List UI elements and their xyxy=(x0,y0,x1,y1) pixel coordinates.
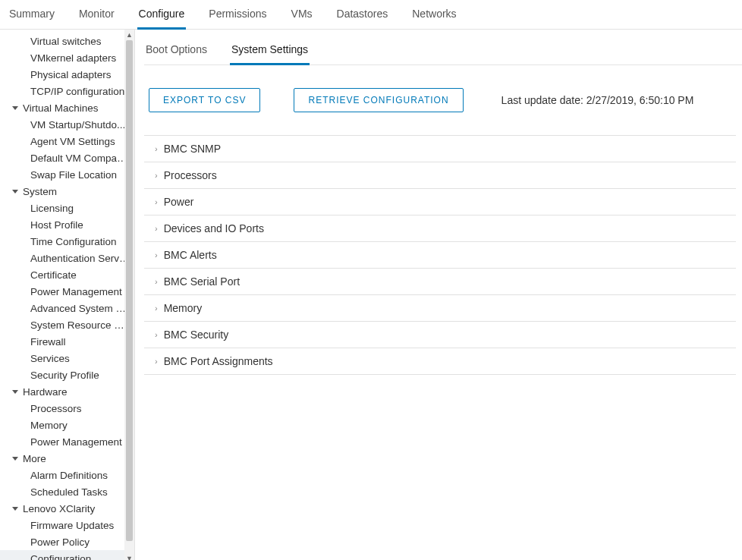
sidebar-item-host-profile[interactable]: Host Profile xyxy=(0,216,134,233)
primary-tabs: SummaryMonitorConfigurePermissionsVMsDat… xyxy=(0,0,742,30)
subtab-system-settings[interactable]: System Settings xyxy=(230,39,310,65)
sidebar-item-vm-startup-shutdo[interactable]: VM Startup/Shutdo... xyxy=(0,116,134,133)
sidebar-item-firewall[interactable]: Firewall xyxy=(0,333,134,350)
chevron-right-icon: › xyxy=(155,330,158,339)
sidebar-item-default-vm-compati[interactable]: Default VM Compati... xyxy=(0,149,134,166)
accordion-row-bmc-port-assignments[interactable]: ›BMC Port Assignments xyxy=(144,348,736,375)
sidebar-group-label: Hardware xyxy=(23,386,68,398)
sidebar-item-memory[interactable]: Memory xyxy=(0,417,134,433)
sidebar-item-advanced-system-s[interactable]: Advanced System S... xyxy=(0,300,134,316)
sidebar-item-power-management[interactable]: Power Management xyxy=(0,433,134,450)
sidebar-item-physical-adapters[interactable]: Physical adapters xyxy=(0,66,134,83)
main-layout: Virtual switchesVMkernel adaptersPhysica… xyxy=(0,30,742,560)
sidebar-item-services[interactable]: Services xyxy=(0,350,134,367)
sidebar-item-power-management[interactable]: Power Management xyxy=(0,283,134,300)
sidebar-item-swap-file-location[interactable]: Swap File Location xyxy=(0,166,134,183)
chevron-right-icon: › xyxy=(155,304,158,313)
chevron-right-icon: › xyxy=(155,224,158,233)
sidebar-group-label: Virtual Machines xyxy=(23,102,99,114)
chevron-right-icon: › xyxy=(155,171,158,180)
scrollbar-thumb[interactable] xyxy=(126,40,133,541)
button-group: EXPORT TO CSV RETRIEVE CONFIGURATION xyxy=(149,88,464,112)
accordion-row-devices-and-io-ports[interactable]: ›Devices and IO Ports xyxy=(144,216,736,242)
tab-networks[interactable]: Networks xyxy=(410,5,457,29)
sidebar-group-lenovo-xclarity[interactable]: Lenovo XClarity xyxy=(0,500,134,517)
accordion-row-label: Devices and IO Ports xyxy=(164,222,264,234)
accordion-row-bmc-security[interactable]: ›BMC Security xyxy=(144,322,736,348)
sidebar-item-firmware-updates[interactable]: Firmware Updates xyxy=(0,517,134,533)
accordion-row-bmc-serial-port[interactable]: ›BMC Serial Port xyxy=(144,269,736,295)
sidebar-item-vmkernel-adapters[interactable]: VMkernel adapters xyxy=(0,49,134,66)
retrieve-config-button[interactable]: RETRIEVE CONFIGURATION xyxy=(294,88,463,112)
chevron-right-icon: › xyxy=(155,144,158,153)
sub-tabs: Boot OptionsSystem Settings xyxy=(144,30,742,65)
sidebar-item-security-profile[interactable]: Security Profile xyxy=(0,367,134,383)
sidebar-item-alarm-definitions[interactable]: Alarm Definitions xyxy=(0,467,134,483)
sidebar-item-tcp-ip-configuration[interactable]: TCP/IP configuration xyxy=(0,83,134,99)
sidebar-item-configuration[interactable]: Configuration xyxy=(0,550,134,560)
accordion-row-processors[interactable]: ›Processors xyxy=(144,162,736,189)
scroll-up-icon[interactable]: ▲ xyxy=(124,30,134,39)
chevron-right-icon: › xyxy=(155,357,158,366)
sidebar-item-agent-vm-settings[interactable]: Agent VM Settings xyxy=(0,133,134,149)
sidebar-item-certificate[interactable]: Certificate xyxy=(0,266,134,283)
chevron-right-icon: › xyxy=(155,250,158,260)
tab-monitor[interactable]: Monitor xyxy=(77,5,116,29)
tab-vms[interactable]: VMs xyxy=(290,5,314,29)
settings-accordion: ›BMC SNMP›Processors›Power›Devices and I… xyxy=(144,135,736,375)
scroll-down-icon[interactable]: ▼ xyxy=(124,553,134,560)
export-csv-button[interactable]: EXPORT TO CSV xyxy=(149,88,260,112)
accordion-row-label: BMC Serial Port xyxy=(164,275,240,288)
accordion-row-label: Processors xyxy=(164,169,217,181)
caret-down-icon xyxy=(12,507,18,511)
tab-summary[interactable]: Summary xyxy=(8,5,56,29)
sidebar-scroll: Virtual switchesVMkernel adaptersPhysica… xyxy=(0,33,134,560)
config-sidebar: Virtual switchesVMkernel adaptersPhysica… xyxy=(0,30,135,560)
sidebar-item-licensing[interactable]: Licensing xyxy=(0,200,134,216)
sidebar-group-label: More xyxy=(23,453,46,464)
sidebar-item-power-policy[interactable]: Power Policy xyxy=(0,533,134,550)
caret-down-icon xyxy=(12,457,18,461)
content-pane: Boot OptionsSystem Settings EXPORT TO CS… xyxy=(135,30,742,560)
accordion-row-label: Power xyxy=(164,196,194,208)
toolbar: EXPORT TO CSV RETRIEVE CONFIGURATION Las… xyxy=(144,65,742,135)
accordion-row-memory[interactable]: ›Memory xyxy=(144,295,736,322)
last-update-prefix: Last update date: xyxy=(501,94,586,106)
subtab-boot-options[interactable]: Boot Options xyxy=(144,39,209,64)
accordion-row-label: BMC Port Assignments xyxy=(164,355,273,367)
sidebar-item-scheduled-tasks[interactable]: Scheduled Tasks xyxy=(0,483,134,500)
chevron-right-icon: › xyxy=(155,197,158,206)
accordion-row-bmc-alerts[interactable]: ›BMC Alerts xyxy=(144,242,736,269)
accordion-row-label: BMC Security xyxy=(164,329,229,341)
tab-datastores[interactable]: Datastores xyxy=(335,5,390,29)
tab-permissions[interactable]: Permissions xyxy=(207,5,268,29)
sidebar-scrollbar[interactable]: ▲ ▼ xyxy=(124,30,134,560)
accordion-row-bmc-snmp[interactable]: ›BMC SNMP xyxy=(144,136,736,162)
sidebar-group-virtual-machines[interactable]: Virtual Machines xyxy=(0,99,134,116)
last-update-text: Last update date: 2/27/2019, 6:50:10 PM xyxy=(501,94,694,106)
caret-down-icon xyxy=(12,390,18,394)
accordion-row-label: Memory xyxy=(164,302,203,314)
sidebar-group-label: Lenovo XClarity xyxy=(23,503,95,514)
sidebar-group-system[interactable]: System xyxy=(0,183,134,200)
sidebar-group-more[interactable]: More xyxy=(0,450,134,467)
sidebar-item-time-configuration[interactable]: Time Configuration xyxy=(0,233,134,250)
sidebar-item-processors[interactable]: Processors xyxy=(0,400,134,417)
tab-configure[interactable]: Configure xyxy=(137,5,187,30)
last-update-value: 2/27/2019, 6:50:10 PM xyxy=(586,94,694,106)
chevron-right-icon: › xyxy=(155,277,158,286)
caret-down-icon xyxy=(12,190,18,193)
sidebar-group-hardware[interactable]: Hardware xyxy=(0,383,134,400)
sidebar-group-label: System xyxy=(23,186,57,197)
accordion-row-label: BMC Alerts xyxy=(164,249,217,261)
sidebar-item-virtual-switches[interactable]: Virtual switches xyxy=(0,33,134,49)
accordion-row-power[interactable]: ›Power xyxy=(144,189,736,216)
sidebar-item-authentication-servi[interactable]: Authentication Servi... xyxy=(0,250,134,266)
accordion-row-label: BMC SNMP xyxy=(164,143,221,155)
caret-down-icon xyxy=(12,106,18,110)
sidebar-item-system-resource-re[interactable]: System Resource Re... xyxy=(0,316,134,333)
